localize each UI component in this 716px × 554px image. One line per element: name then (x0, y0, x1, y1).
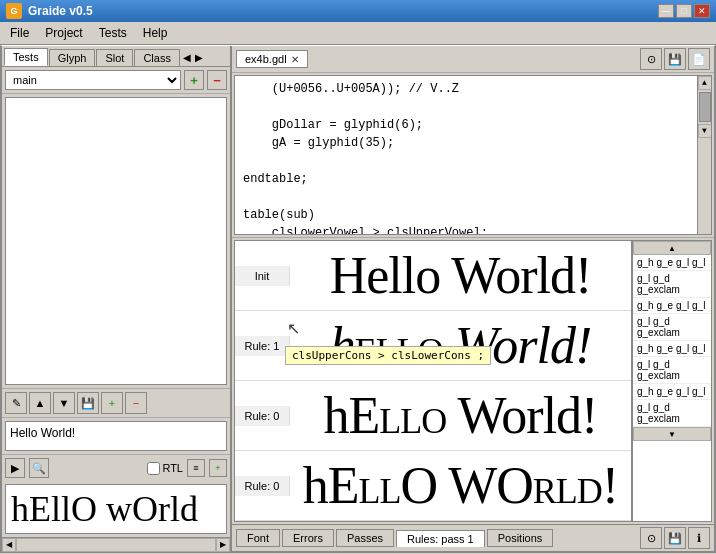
bottom-tab-passes[interactable]: Passes (336, 529, 394, 547)
zoom-button[interactable]: 🔍 (29, 458, 49, 478)
render-label-rule0a: Rule: 0 (235, 406, 290, 426)
render-scroll-left[interactable]: ◀ (235, 522, 249, 523)
render-scroll-right[interactable]: ▶ (617, 522, 631, 523)
left-hscroll: ◀ ▶ (2, 537, 230, 551)
play-button[interactable]: ▶ (5, 458, 25, 478)
code-line-2 (243, 98, 703, 116)
remove-item-button[interactable]: − (207, 70, 227, 90)
add-list-button[interactable]: + (209, 459, 227, 477)
toolbar-row: ✎ ▲ ▼ 💾 + − (2, 388, 230, 418)
bottom-tab-errors[interactable]: Errors (282, 529, 334, 547)
bottom-tab-icon-group: ⊙ 💾 ℹ (640, 527, 710, 549)
tab-slot[interactable]: Slot (96, 49, 133, 66)
cursor-icon: ↖ (287, 319, 300, 338)
render-glyph-init: Hello World! (330, 246, 592, 305)
list-view-button[interactable]: ≡ (187, 459, 205, 477)
render-label-init: Init (235, 266, 290, 286)
render-text-rule0b: hEllO WOrld! (290, 454, 631, 517)
glyph-row-3: g_l g_d g_exclam (633, 314, 711, 341)
code-line-5 (243, 152, 703, 170)
text-preview: Hello World! (5, 421, 227, 451)
rtl-checkbox[interactable] (147, 462, 160, 475)
save-button[interactable]: 💾 (77, 392, 99, 414)
vscroll-down[interactable]: ▼ (698, 124, 712, 138)
code-line-3: gDollar = glyphid(6); (243, 116, 703, 134)
code-editor[interactable]: ▲ ▼ (U+0056..U+005A)); // V..Z gDollar =… (234, 75, 712, 235)
minimize-button[interactable]: — (658, 4, 674, 18)
render-area: Init Hello World! Rule: 1 hello World! c… (232, 237, 714, 524)
edit-button[interactable]: ✎ (5, 392, 27, 414)
render-label-rule1: Rule: 1 (235, 336, 290, 356)
close-button[interactable]: ✕ (694, 4, 710, 18)
glyph-scroll-up[interactable]: ▲ (633, 241, 711, 255)
save-icon-btn[interactable]: 💾 (664, 48, 686, 70)
tab-next-arrow[interactable]: ▶ (193, 52, 205, 63)
title-bar: G Graide v0.5 — □ ✕ (0, 0, 716, 22)
bottom-controls: ▶ 🔍 RTL ≡ + (2, 454, 230, 481)
menu-file[interactable]: File (4, 24, 35, 42)
scroll-left-button[interactable]: ◀ (2, 538, 16, 552)
move-down-button[interactable]: ▼ (53, 392, 75, 414)
tab-tests[interactable]: Tests (4, 48, 48, 66)
circle-icon-btn[interactable]: ⊙ (640, 48, 662, 70)
render-row-rule0a: Rule: 0 hEllo World! (235, 381, 631, 451)
move-up-button[interactable]: ▲ (29, 392, 51, 414)
file-tab-row: ex4b.gdl ✕ ⊙ 💾 📄 (232, 46, 714, 73)
main-dropdown[interactable]: main (5, 70, 181, 90)
add-test-button[interactable]: + (101, 392, 123, 414)
tooltip-rule1: clsUpperCons > clsLowerCons ; (285, 346, 491, 365)
code-line-7 (243, 188, 703, 206)
add-item-button[interactable]: + (184, 70, 204, 90)
bottom-icon-circle[interactable]: ⊙ (640, 527, 662, 549)
bottom-tab-rules[interactable]: Rules: pass 1 (396, 530, 485, 547)
menu-tests[interactable]: Tests (93, 24, 133, 42)
window-controls[interactable]: — □ ✕ (658, 4, 710, 18)
render-rows: Init Hello World! Rule: 1 hello World! c… (234, 240, 632, 522)
bottom-tab-positions[interactable]: Positions (487, 529, 554, 547)
tab-prev-arrow[interactable]: ◀ (181, 52, 193, 63)
glyph-row-7: g_l g_d g_exclam (633, 400, 711, 427)
hscroll-track[interactable] (16, 538, 216, 552)
scroll-right-button[interactable]: ▶ (216, 538, 230, 552)
vscroll-thumb[interactable] (699, 92, 711, 122)
tab-glyph[interactable]: Glyph (49, 49, 96, 66)
remove-test-button[interactable]: − (125, 392, 147, 414)
bottom-icon-info[interactable]: ℹ (688, 527, 710, 549)
dropdown-row: main + − (2, 67, 230, 94)
app-title: Graide v0.5 (28, 4, 93, 18)
app-icon: G (6, 3, 22, 19)
render-hscroll-track[interactable] (249, 522, 617, 523)
menu-project[interactable]: Project (39, 24, 88, 42)
tab-class[interactable]: Class (134, 49, 180, 66)
right-panel: ex4b.gdl ✕ ⊙ 💾 📄 ▲ ▼ (U+0056..U+005A)); … (232, 46, 714, 551)
menu-help[interactable]: Help (137, 24, 174, 42)
glyph-row-4: g_h g_e g_l g_l (633, 341, 711, 357)
bottom-icon-save[interactable]: 💾 (664, 527, 686, 549)
render-glyph-rule0a: hEllo World! (324, 386, 598, 445)
render-text-init: Hello World! (290, 244, 631, 307)
test-list-area[interactable] (5, 97, 227, 385)
glyph-row-5: g_l g_d g_exclam (633, 357, 711, 384)
render-glyph-rule0b: hEllO WOrld! (303, 456, 618, 515)
render-hscroll: ◀ ▶ (235, 521, 631, 522)
large-text-display: hEllO wOrld (5, 484, 227, 534)
glyph-sidebar: ▲ g_h g_e g_l g_l g_l g_d g_exclam g_h g… (632, 240, 712, 522)
left-panel: Tests Glyph Slot Class ◀ ▶ main + − ✎ ▲ … (2, 46, 232, 551)
menu-bar: File Project Tests Help (0, 22, 716, 45)
file-tab-ex4b[interactable]: ex4b.gdl ✕ (236, 50, 308, 68)
maximize-button[interactable]: □ (676, 4, 692, 18)
code-line-1: (U+0056..U+005A)); // V..Z (243, 80, 703, 98)
vscroll-up[interactable]: ▲ (698, 76, 712, 90)
render-row-rule1: Rule: 1 hello World! clsUpperCons > clsL… (235, 311, 631, 381)
doc-icon-btn[interactable]: 📄 (688, 48, 710, 70)
glyph-scroll-down[interactable]: ▼ (633, 427, 711, 441)
file-tab-close-icon[interactable]: ✕ (291, 54, 299, 65)
code-line-4: gA = glyphid(35); (243, 134, 703, 152)
code-line-9: clsLowerVowel > clsUpperVowel; (243, 224, 703, 235)
glyph-row-0: g_h g_e g_l g_l (633, 255, 711, 271)
code-line-8: table(sub) (243, 206, 703, 224)
glyph-row-2: g_h g_e g_l g_l (633, 298, 711, 314)
render-row-init: Init Hello World! (235, 241, 631, 311)
bottom-tab-font[interactable]: Font (236, 529, 280, 547)
rtl-label: RTL (147, 462, 183, 475)
